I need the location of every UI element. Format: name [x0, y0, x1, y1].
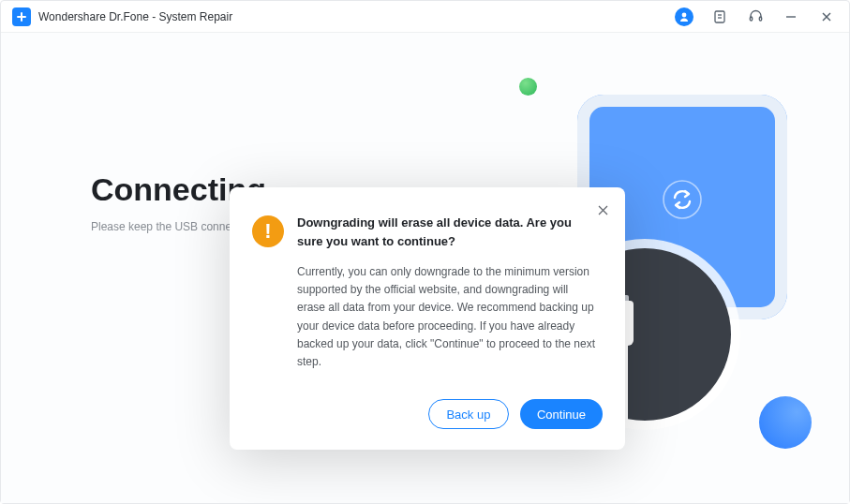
svg-rect-6 — [750, 17, 752, 21]
headset-icon — [748, 8, 764, 24]
titlebar-actions — [671, 4, 840, 30]
document-icon — [712, 9, 727, 24]
dialog-title: Downgrading will erase all device data. … — [297, 214, 603, 250]
app-title: Wondershare Dr.Fone - System Repair — [38, 10, 671, 23]
svg-rect-7 — [759, 17, 761, 21]
support-button[interactable] — [742, 4, 768, 30]
confirm-dialog: ! Downgrading will erase all device data… — [230, 187, 625, 450]
backup-button[interactable]: Back up — [428, 399, 509, 429]
account-button[interactable] — [671, 4, 697, 30]
svg-rect-3 — [715, 11, 724, 22]
content-area: Connecting... Please keep the USB connec… — [1, 33, 849, 503]
warning-icon: ! — [252, 215, 284, 247]
continue-button[interactable]: Continue — [520, 399, 603, 429]
person-icon — [679, 11, 690, 22]
svg-point-2 — [682, 12, 687, 17]
decorative-blue-dot — [759, 396, 812, 449]
dialog-header: ! Downgrading will erase all device data… — [252, 214, 603, 250]
sync-icon — [660, 177, 705, 222]
user-icon — [675, 7, 693, 26]
app-window: Wondershare Dr.Fone - System Repair — [0, 0, 850, 504]
svg-point-11 — [664, 181, 701, 218]
dialog-close-button[interactable] — [593, 200, 612, 219]
svg-rect-1 — [17, 16, 26, 18]
close-window-button[interactable] — [813, 4, 840, 30]
close-icon — [598, 205, 608, 215]
plus-icon — [16, 11, 27, 22]
dialog-actions: Back up Continue — [252, 399, 603, 429]
app-logo-icon — [12, 7, 31, 26]
feedback-button[interactable] — [707, 4, 733, 30]
close-icon — [821, 11, 832, 22]
dialog-body: Currently, you can only downgrade to the… — [297, 263, 603, 371]
decorative-green-dot — [519, 78, 537, 96]
titlebar: Wondershare Dr.Fone - System Repair — [1, 1, 849, 33]
minimize-button[interactable] — [778, 4, 804, 30]
minimize-icon — [784, 10, 798, 23]
